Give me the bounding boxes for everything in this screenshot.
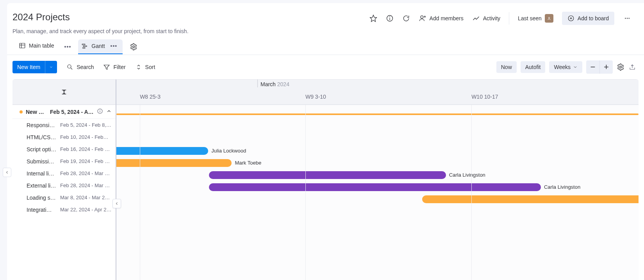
gantt-bar-label: Carla Livingston — [544, 183, 580, 191]
svg-point-17 — [133, 46, 135, 48]
svg-point-4 — [421, 16, 423, 18]
avatar — [545, 14, 553, 23]
add-members-button[interactable]: Add members — [419, 14, 464, 22]
svg-rect-14 — [82, 44, 86, 45]
task-row[interactable]: Loading sp…Mar 8, 2024 - Mar 22,… — [12, 191, 116, 204]
svg-line-19 — [71, 68, 72, 69]
favorite-star-icon[interactable] — [369, 14, 377, 22]
task-range: Feb 28, 2024 - Mar 12,… — [60, 183, 112, 188]
tab-main-table[interactable]: Main table — [16, 39, 57, 55]
new-item-button[interactable]: New Item — [12, 61, 57, 73]
sort-label: Sort — [145, 64, 155, 70]
gantt-bar-label: Mark Toebe — [235, 159, 261, 167]
week-label: W10 10-17 — [471, 94, 498, 100]
page-title[interactable]: 2024 Projects — [12, 12, 70, 23]
task-row[interactable]: Submission …Feb 19, 2024 - Feb … — [12, 155, 116, 167]
svg-marker-20 — [104, 65, 110, 69]
task-row[interactable]: Integrati…Mar 22, 2024 - Apr 25, … — [12, 204, 116, 216]
task-name: HTML/CSS va… — [27, 134, 57, 140]
gantt-bar[interactable] — [422, 195, 639, 203]
task-row[interactable]: Responsive…Feb 5, 2024 - Feb 8, … — [12, 119, 116, 131]
gantt-settings-icon[interactable] — [617, 63, 624, 71]
svg-point-28 — [100, 110, 100, 110]
task-row[interactable]: HTML/CSS va…Feb 10, 2024 - Feb… — [12, 131, 116, 143]
svg-point-3 — [389, 17, 390, 17]
left-panel-collapse[interactable] — [3, 168, 11, 177]
sort-button[interactable]: Sort — [135, 64, 155, 71]
task-name: External li… — [27, 183, 57, 189]
info-icon[interactable] — [386, 14, 394, 22]
gantt-bar[interactable]: Carla Livingston — [209, 183, 541, 191]
task-name: Script optimi… — [27, 146, 57, 152]
task-range: Mar 22, 2024 - Apr 25, … — [60, 207, 112, 213]
export-icon[interactable] — [628, 63, 636, 71]
task-name: Loading sp… — [27, 195, 57, 201]
now-button[interactable]: Now — [496, 61, 517, 73]
divider — [509, 12, 509, 25]
activity-button[interactable]: Activity — [472, 14, 500, 22]
zoom-in-button[interactable]: + — [599, 60, 613, 74]
group-info-icon[interactable] — [97, 108, 103, 115]
timescale-select[interactable]: Weeks — [549, 61, 582, 73]
task-name: Submission … — [27, 158, 57, 165]
gantt-bar[interactable]: Carla Livingston — [209, 171, 446, 179]
gantt-bar-label: Carla Livingston — [449, 171, 485, 179]
autofit-button[interactable]: Autofit — [521, 61, 546, 73]
task-range: Feb 10, 2024 - Feb… — [60, 134, 112, 140]
group-header[interactable]: New w… Feb 5, 2024 - A… — [12, 105, 116, 119]
view-settings-icon[interactable] — [130, 43, 137, 51]
search-button[interactable]: Search — [66, 64, 94, 71]
week-label: W9 3-10 — [305, 94, 326, 100]
tab-main-table-label: Main table — [29, 43, 54, 49]
group-color-dot — [20, 110, 23, 113]
gantt-bar[interactable]: Mark Toebe — [116, 159, 232, 167]
refresh-icon[interactable] — [402, 14, 410, 22]
task-range: Feb 19, 2024 - Feb … — [60, 158, 112, 164]
svg-point-18 — [68, 65, 71, 68]
svg-marker-0 — [370, 15, 376, 22]
add-to-board-button[interactable]: Add to board — [562, 12, 614, 25]
gantt-bar[interactable]: Julia Lockwood — [116, 147, 208, 155]
tab-main-table-menu[interactable]: ••• — [62, 44, 74, 50]
svg-point-21 — [620, 66, 622, 68]
side-panel-collapse[interactable] — [112, 199, 121, 208]
new-item-dropdown-icon[interactable] — [45, 61, 57, 73]
page-subtitle: Plan, manage, and track every aspect of … — [7, 28, 644, 34]
new-item-label: New Item — [12, 61, 45, 73]
task-row[interactable]: Script optimi…Feb 16, 2024 - Feb … — [12, 143, 116, 155]
group-collapse-icon[interactable] — [106, 108, 112, 115]
filter-button[interactable]: Filter — [103, 64, 125, 71]
task-range: Feb 16, 2024 - Feb … — [60, 146, 112, 152]
week-label: W8 25-3 — [140, 94, 161, 100]
svg-rect-15 — [84, 46, 87, 46]
svg-rect-16 — [83, 48, 85, 48]
task-name: Responsive… — [27, 122, 57, 128]
task-row[interactable]: External li…Feb 28, 2024 - Mar 12,… — [12, 179, 116, 191]
tab-gantt-menu[interactable]: ••• — [108, 43, 120, 49]
task-row[interactable]: Internal li…Feb 28, 2024 - Mar 8, … — [12, 167, 116, 179]
month-label: March 2024 — [260, 81, 289, 87]
group-range: Feb 5, 2024 - A… — [50, 109, 94, 115]
tab-gantt[interactable]: Gantt ••• — [78, 39, 123, 54]
task-range: Mar 8, 2024 - Mar 22,… — [60, 195, 112, 200]
activity-label: Activity — [483, 15, 500, 21]
grid-line — [305, 105, 306, 280]
task-name: Internal li… — [27, 170, 57, 177]
add-members-label: Add members — [430, 15, 464, 21]
last-seen-label: Last seen — [518, 15, 542, 21]
svg-point-7 — [548, 17, 549, 18]
grid-line — [471, 105, 472, 280]
add-to-board-label: Add to board — [578, 15, 609, 21]
zoom-out-button[interactable]: − — [586, 60, 599, 74]
group-summary-bar[interactable] — [116, 113, 639, 115]
more-options-icon[interactable]: ⋯ — [623, 15, 632, 21]
baseline-icon[interactable] — [12, 80, 116, 105]
search-label: Search — [77, 64, 94, 70]
filter-label: Filter — [113, 64, 125, 70]
last-seen[interactable]: Last seen — [518, 14, 553, 23]
gantt-bar-label: Julia Lockwood — [211, 147, 246, 155]
task-range: Feb 28, 2024 - Mar 8, … — [60, 170, 112, 176]
month-divider — [257, 80, 258, 87]
group-name: New w… — [26, 109, 47, 115]
svg-rect-11 — [20, 43, 25, 48]
